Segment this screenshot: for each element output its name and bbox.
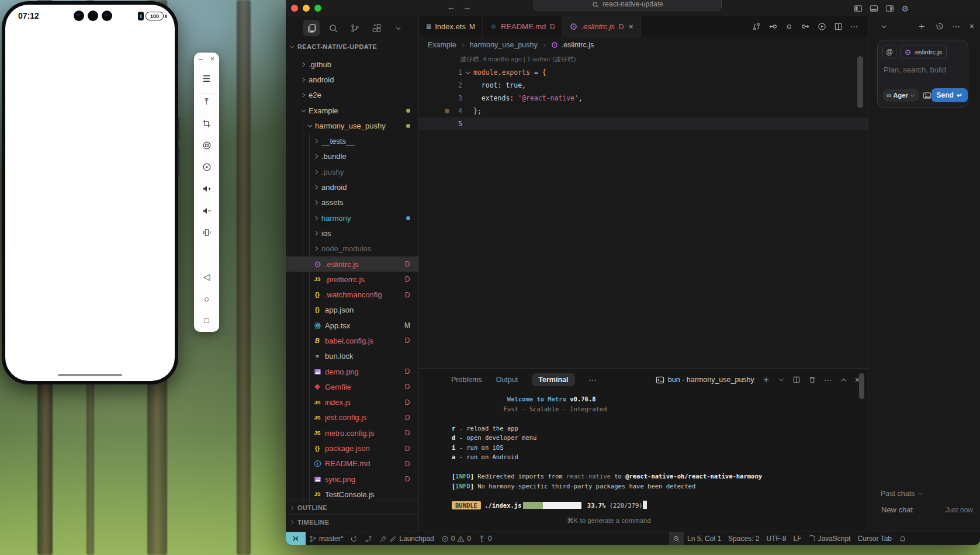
more-panel-tabs-icon[interactable]: ⋯ <box>589 376 597 384</box>
code-line-5[interactable]: 5 <box>419 117 868 130</box>
chat-more-icon[interactable]: ⋯ <box>953 22 961 31</box>
editor-scrollbar[interactable] <box>857 56 863 108</box>
cursor-tab-status[interactable]: Cursor Tab <box>854 532 895 545</box>
tree-item-demo.png[interactable]: demo.pngD <box>286 364 418 379</box>
tree-item-harmony[interactable]: harmony <box>286 210 418 226</box>
more-actions-icon[interactable]: ⋯ <box>850 22 858 31</box>
cursor-position-status[interactable]: Ln 5, Col 1 <box>684 532 725 545</box>
terminal-session[interactable]: bun - harmony_use_pushy <box>656 376 754 384</box>
terminal-more-actions-icon[interactable]: ⋯ <box>824 376 832 384</box>
tree-item-android[interactable]: android <box>286 72 418 87</box>
sync-status[interactable] <box>347 532 361 545</box>
timeline-section-header[interactable]: TIMELINE <box>286 514 418 529</box>
remote-indicator[interactable] <box>286 532 306 545</box>
shake-device-icon[interactable] <box>194 226 219 239</box>
problems-status[interactable]: 0 0 <box>438 532 475 545</box>
menu-icon[interactable]: ☰ <box>194 72 219 85</box>
indentation-status[interactable]: Spaces: 2 <box>725 532 763 545</box>
history-back-button[interactable]: ← <box>447 2 455 12</box>
tree-item-.pushy[interactable]: .pushy <box>286 164 418 179</box>
attach-image-icon[interactable] <box>923 91 931 100</box>
add-context-button[interactable]: @ <box>882 46 896 58</box>
tree-item-jest.config.js[interactable]: JSjest.config.jsD <box>286 410 418 425</box>
terminal-scrollbar[interactable] <box>859 373 864 399</box>
open-changes-icon[interactable] <box>752 22 761 31</box>
scroll-top-icon[interactable]: ⤒ <box>194 95 219 108</box>
ports-status[interactable]: 0 <box>475 532 496 545</box>
close-icon[interactable]: × <box>210 55 214 64</box>
tab-output[interactable]: Output <box>496 376 518 384</box>
history-forward-button[interactable]: → <box>463 2 471 12</box>
tab-eslintrc-js[interactable]: .eslintrc.js D × <box>563 16 640 37</box>
context-chip[interactable]: .eslintrc.js <box>900 46 947 58</box>
tree-item-sync.png[interactable]: sync.pngD <box>286 471 418 487</box>
crop-icon[interactable] <box>194 117 219 130</box>
fold-chevron-icon[interactable] <box>462 69 473 77</box>
power-button[interactable] <box>178 146 179 176</box>
send-button[interactable]: Send ↵ <box>931 88 968 102</box>
search-view-button[interactable] <box>325 20 341 36</box>
more-views-chevron-icon[interactable] <box>390 20 406 36</box>
tree-item-android[interactable]: android <box>286 179 418 195</box>
command-center-search[interactable]: react-native-update <box>534 0 722 11</box>
chat-input-card[interactable]: @ .eslintrc.js Plan, search, build ∞ Age… <box>877 40 968 108</box>
tree-item-App.tsx[interactable]: App.tsxM <box>286 318 418 333</box>
close-window-button[interactable] <box>291 5 298 12</box>
tree-item-metro.config.js[interactable]: JSmetro.config.jsD <box>286 425 418 440</box>
tree-item-Gemfile[interactable]: GemfileD <box>286 379 418 394</box>
chat-tab-chevron-icon[interactable] <box>880 23 888 30</box>
language-status[interactable]: JavaScript <box>805 532 854 545</box>
tree-item-.watchmanconfig[interactable]: {}.watchmanconfigD <box>286 287 418 302</box>
extensions-view-button[interactable] <box>368 20 385 36</box>
nav-recents-button[interactable]: □ <box>194 314 219 327</box>
home-indicator[interactable] <box>58 374 122 376</box>
tree-item-.github[interactable]: .github <box>286 57 418 72</box>
git-branch-status[interactable]: master* <box>306 532 347 545</box>
breadcrumb-item[interactable]: .eslintrc.js <box>562 41 594 49</box>
phone-screen[interactable]: 07:12 ! 100 <box>5 5 175 381</box>
code-line-4[interactable]: 4}; <box>419 105 868 117</box>
previous-change-icon[interactable] <box>768 22 777 31</box>
tree-item-node_modules[interactable]: node_modules <box>286 241 418 256</box>
tab-readme-md[interactable]: README.md D <box>483 16 563 37</box>
tab-problems[interactable]: Problems <box>451 376 482 384</box>
split-terminal-icon[interactable] <box>792 376 801 384</box>
split-editor-icon[interactable] <box>834 22 843 31</box>
chat-input-placeholder[interactable]: Plan, search, build <box>884 65 968 74</box>
code-line-1[interactable]: 1module.exports = { <box>419 66 868 79</box>
minimize-window-button[interactable] <box>303 5 310 12</box>
past-chats-header[interactable]: Past chats <box>881 490 923 498</box>
new-chat-icon[interactable] <box>917 22 926 31</box>
nav-home-button[interactable]: ○ <box>194 292 219 305</box>
code-line-2[interactable]: 2 root: true, <box>419 79 868 92</box>
close-tab-icon[interactable]: × <box>629 22 633 31</box>
maximize-panel-icon[interactable] <box>840 376 847 384</box>
tree-item-README.md[interactable]: README.mdD <box>286 456 418 471</box>
zoom-status[interactable] <box>669 532 684 545</box>
tree-item-bun.lock[interactable]: ≡bun.lock <box>286 349 418 364</box>
screenshot-icon[interactable] <box>194 139 219 152</box>
tree-item-package.json[interactable]: {}package.jsonD <box>286 440 418 456</box>
breadcrumb-item[interactable]: Example <box>428 41 456 49</box>
maximize-window-button[interactable] <box>314 5 321 12</box>
toggle-panel-icon[interactable] <box>870 4 878 13</box>
toggle-sidebar-icon[interactable] <box>854 4 863 13</box>
explorer-root-header[interactable]: REACT-NATIVE-UPDATE <box>289 43 377 50</box>
volume-down-icon[interactable] <box>194 204 219 217</box>
run-file-icon[interactable] <box>818 22 826 31</box>
eol-status[interactable]: LF <box>789 532 805 545</box>
tree-item-babel.config.js[interactable]: Bbabel.config.jsD <box>286 333 418 348</box>
encoding-status[interactable]: UTF-8 <box>763 532 789 545</box>
past-chat-item[interactable]: New chat Just now <box>881 505 973 514</box>
toggle-secondary-sidebar-icon[interactable] <box>885 4 894 13</box>
tree-item-assets[interactable]: assets <box>286 195 418 210</box>
tree-item-harmony_use_pushy[interactable]: harmony_use_pushy <box>286 118 418 133</box>
minimize-icon[interactable]: – <box>199 55 203 64</box>
source-control-graph[interactable] <box>361 532 376 545</box>
code-line-3[interactable]: 3 extends: '@react-native', <box>419 92 868 105</box>
next-change-icon[interactable] <box>801 22 810 31</box>
gear-icon[interactable]: ⚙ <box>901 5 909 13</box>
notifications-status[interactable] <box>895 532 910 545</box>
tree-item-__tests__[interactable]: __tests__ <box>286 133 418 148</box>
revert-icon[interactable] <box>785 22 794 31</box>
